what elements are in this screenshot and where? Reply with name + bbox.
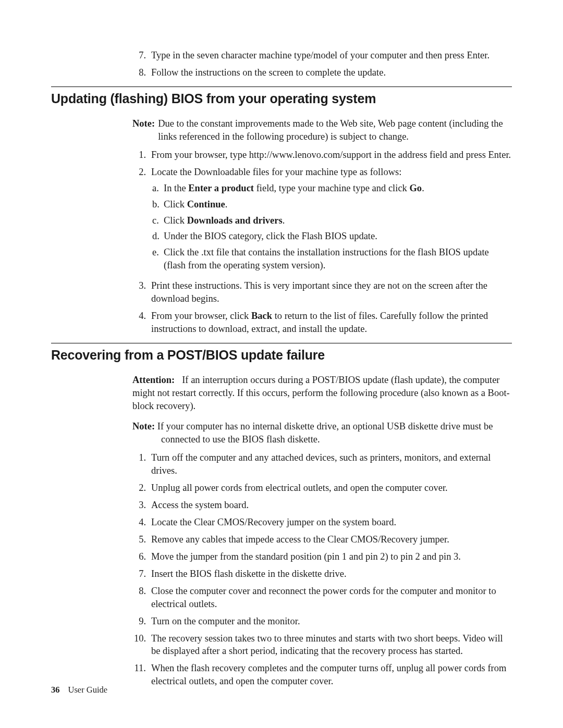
list-marker: 2. [132,482,151,495]
sub-list-item: a. In the Enter a product field, type yo… [151,182,512,195]
note-label: Note: [132,117,155,130]
list-marker: 1. [132,451,151,464]
sub-text: Click the .txt file that contains the in… [164,246,512,272]
sub-list-item: b. Click Continue. [151,198,512,211]
list-item: 10.The recovery session takes two to thr… [132,632,512,658]
list-text: Locate the Clear CMOS/Recovery jumper on… [151,516,512,529]
footer-title: User Guide [68,685,108,695]
sub-marker: e. [151,246,164,259]
list-item: 9.Turn on the computer and the monitor. [132,615,512,628]
list-item: 1. From your browser, type http://www.le… [132,149,512,162]
list-marker: 1. [132,149,151,162]
bold-term: Continue [187,199,225,209]
note-text: If your computer has no internal diskett… [157,421,493,445]
list-item: 3. Print these instructions. This is ver… [132,279,512,305]
text-run: field, type your machine type and click [254,183,409,193]
list-marker: 7. [132,49,151,62]
list-item: 2.Unplug all power cords from electrical… [132,482,512,495]
note-text: Due to the constant improvements made to… [158,117,512,143]
list-text: Follow the instructions on the screen to… [151,66,512,79]
list-text: From your browser, click Back to return … [151,310,512,336]
text-run: Click [164,199,187,209]
list-text: Locate the Downloadable files for your m… [151,166,512,276]
list-marker: 4. [132,516,151,529]
text-run: In the [164,183,188,193]
list-marker: 4. [132,310,151,323]
section-heading-updating-bios: Updating (flashing) BIOS from your opera… [51,90,512,108]
note-block: Note: Due to the constant improvements m… [132,117,512,143]
list-marker: 9. [132,615,151,628]
sub-list-item: e. Click the .txt file that contains the… [151,246,512,272]
page-footer: 36User Guide [51,684,107,696]
list-marker: 11. [132,662,151,675]
attention-text: If an interruption occurs during a POST/… [132,375,510,411]
sub-marker: b. [151,198,164,211]
list-marker: 8. [132,66,151,79]
note-block: Note: If your computer has no internal d… [161,420,512,446]
list-item: 2. Locate the Downloadable files for you… [132,166,512,276]
list-item: 8.Close the computer cover and reconnect… [132,585,512,611]
list-item: 8. Follow the instructions on the screen… [132,66,512,79]
list-item: 7.Insert the BIOS flash diskette in the … [132,567,512,581]
bold-term: Back [251,311,272,321]
list-marker: 10. [132,632,151,645]
list-item: 3.Access the system board. [132,499,512,512]
section-heading-recovering-bios: Recovering from a POST/BIOS update failu… [51,347,512,364]
page-number: 36 [51,685,60,695]
sub-list-item: d. Under the BIOS category, click the Fl… [151,230,512,243]
text-run: Click [164,215,187,226]
list-item: 4. From your browser, click Back to retu… [132,310,512,336]
section-rule [51,343,512,343]
list-item: 5.Remove any cables that impede access t… [132,533,512,546]
sub-text: Click Continue. [164,198,512,211]
list-marker: 6. [132,550,151,563]
list-marker: 3. [132,279,151,292]
prev-section-list-continued: 7. Type in the seven character machine t… [132,49,512,79]
text-run: From your browser, click [151,311,251,321]
attention-label: Attention: [132,375,175,385]
list-item: 7. Type in the seven character machine t… [132,49,512,62]
bold-term: Go [409,183,422,193]
list-item: 1.Turn off the computer and any attached… [132,451,512,477]
list-text: Remove any cables that impede access to … [151,533,512,546]
bold-term: Downloads and drivers [187,215,283,226]
list-marker: 7. [132,567,151,581]
list-text: Turn on the computer and the monitor. [151,615,512,628]
sub-text: In the Enter a product field, type your … [164,182,512,195]
list-text: The recovery session takes two to three … [151,632,512,658]
sub-marker: d. [151,230,164,243]
list-marker: 3. [132,499,151,512]
text-run: . [225,199,228,209]
sub-list-item: c. Click Downloads and drivers. [151,214,512,227]
list-text: Insert the BIOS flash diskette in the di… [151,567,512,581]
list-text: From your browser, type http://www.lenov… [151,149,512,162]
list-marker: 5. [132,533,151,546]
sub-text: Under the BIOS category, click the Flash… [164,230,512,243]
list-text: Close the computer cover and reconnect t… [151,585,512,611]
text-run: . [422,183,424,193]
sub-list: a. In the Enter a product field, type yo… [151,182,512,273]
list-marker: 8. [132,585,151,598]
bold-term: Enter a product [188,183,254,193]
list-text: Print these instructions. This is very i… [151,279,512,305]
section-body-recovering-bios: Attention:If an interruption occurs duri… [132,374,512,688]
sub-marker: c. [151,214,164,227]
list-text: Unplug all power cords from electrical o… [151,482,512,495]
section-rule [51,87,512,87]
list-marker: 2. [132,166,151,179]
list-text: Type in the seven character machine type… [151,49,512,62]
note-label: Note: [132,421,155,431]
list-item: 6.Move the jumper from the standard posi… [132,550,512,563]
list-text: Turn off the computer and any attached d… [151,451,512,477]
list-text: Move the jumper from the standard positi… [151,550,512,563]
section-body-updating-bios: Note: Due to the constant improvements m… [132,117,512,336]
attention-block: Attention:If an interruption occurs duri… [132,374,512,413]
list-item: 11.When the flash recovery completes and… [132,662,512,688]
list-lead-text: Locate the Downloadable files for your m… [151,167,401,177]
text-run: . [283,215,285,226]
list-text: When the flash recovery completes and th… [151,662,512,688]
list-item: 4.Locate the Clear CMOS/Recovery jumper … [132,516,512,529]
sub-text: Click Downloads and drivers. [164,214,512,227]
list-text: Access the system board. [151,499,512,512]
sub-marker: a. [151,182,164,195]
